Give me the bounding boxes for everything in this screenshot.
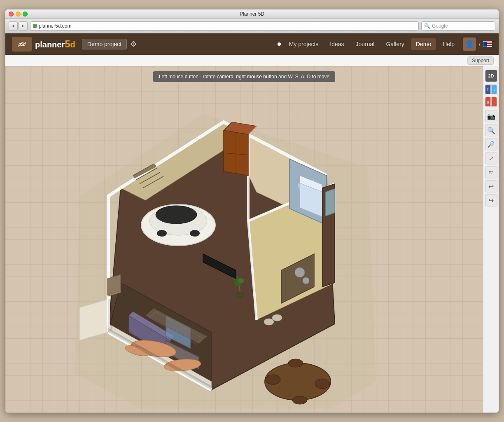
user-area: 👤 ▾ xyxy=(463,38,492,51)
twitter-button[interactable]: t xyxy=(491,84,497,94)
logo-d: d xyxy=(70,40,75,49)
logo-5: 5 xyxy=(65,38,70,49)
browser-title: Planner 5D xyxy=(240,11,264,17)
screenshot-button[interactable]: 📷 xyxy=(485,110,497,122)
svg-point-32 xyxy=(295,267,305,277)
logo-planner: planner xyxy=(35,40,65,49)
url-text: planner5d.com xyxy=(39,23,71,29)
lock-icon xyxy=(33,24,37,28)
google-button[interactable]: g xyxy=(485,97,491,107)
svg-point-50 xyxy=(288,359,303,367)
fullscreen-button[interactable]: ⤢ xyxy=(485,152,497,164)
logo-area: p5d planner5d xyxy=(12,37,75,52)
logo-text: planner5d xyxy=(35,38,75,50)
app-header: p5d planner5d Demo project ⚙ My projects… xyxy=(5,33,499,55)
svg-point-51 xyxy=(292,396,307,404)
svg-point-33 xyxy=(303,277,309,284)
browser-window: Planner 5D ◂ ▸ planner5d.com 🔍 Google p5… xyxy=(5,9,499,413)
project-name-area: Demo project ⚙ xyxy=(82,39,137,49)
nav-ideas[interactable]: Ideas xyxy=(325,38,349,50)
zoom-in-button[interactable]: 🔍 xyxy=(485,124,497,136)
floorplan-svg xyxy=(26,87,397,408)
search-bar[interactable]: 🔍 Google xyxy=(421,21,495,30)
forward-button[interactable]: ▸ xyxy=(19,21,28,30)
svg-point-49 xyxy=(315,379,330,389)
nav-arrows: ◂ ▸ xyxy=(9,21,28,30)
browser-toolbar: ◂ ▸ planner5d.com 🔍 Google xyxy=(5,19,499,33)
maximize-button[interactable] xyxy=(23,12,28,16)
nav-my-projects[interactable]: My projects xyxy=(284,38,324,50)
settings-button[interactable]: ⚙ xyxy=(130,40,137,49)
facebook-button[interactable]: f xyxy=(485,84,491,94)
svg-point-42 xyxy=(237,293,243,298)
units-button[interactable]: ft² xyxy=(485,166,497,178)
support-bar: Support xyxy=(5,55,499,66)
address-bar[interactable]: planner5d.com xyxy=(30,21,419,30)
google-plus-button[interactable]: + xyxy=(491,97,497,107)
user-avatar[interactable]: 👤 xyxy=(463,38,476,51)
search-icon: 🔍 xyxy=(424,23,430,29)
browser-controls xyxy=(9,12,28,16)
nav-journal[interactable]: Journal xyxy=(351,38,380,50)
nav-dot xyxy=(278,42,281,46)
support-button[interactable]: Support xyxy=(467,56,494,65)
svg-point-22 xyxy=(156,206,197,224)
browser-titlebar: Planner 5D xyxy=(5,9,499,19)
user-dropdown-arrow[interactable]: ▾ xyxy=(478,42,481,47)
svg-point-24 xyxy=(190,230,200,237)
flag-icon[interactable] xyxy=(483,41,492,47)
view-2d-button[interactable]: 2D xyxy=(485,70,497,82)
zoom-out-button[interactable]: 🔎 xyxy=(485,138,497,150)
redo-button[interactable]: ↪ xyxy=(485,194,497,206)
nav-help[interactable]: Help xyxy=(438,38,460,50)
main-nav: My projects Ideas Journal Gallery Demo H… xyxy=(284,38,460,50)
right-sidebar: 2D f t g + 📷 🔍 🔎 ⤢ ft² ↩ ↪ xyxy=(483,66,499,413)
search-placeholder: Google xyxy=(432,23,448,29)
minimize-button[interactable] xyxy=(16,12,21,16)
nav-demo[interactable]: Demo xyxy=(411,38,436,50)
svg-point-23 xyxy=(157,230,167,237)
undo-button[interactable]: ↩ xyxy=(485,180,497,192)
viewport[interactable]: Left mouse button - rotate camera, right… xyxy=(5,66,483,413)
svg-marker-61 xyxy=(108,299,112,332)
svg-point-53 xyxy=(272,314,282,321)
logo-box: p5d xyxy=(12,37,32,52)
svg-point-48 xyxy=(266,375,280,384)
back-button[interactable]: ◂ xyxy=(9,21,18,30)
svg-point-52 xyxy=(264,319,274,325)
main-content: Left mouse button - rotate camera, right… xyxy=(5,66,499,413)
project-name[interactable]: Demo project xyxy=(82,39,127,49)
tooltip: Left mouse button - rotate camera, right… xyxy=(153,71,335,82)
svg-marker-59 xyxy=(326,189,335,216)
nav-gallery[interactable]: Gallery xyxy=(381,38,409,50)
close-button[interactable] xyxy=(9,12,14,16)
